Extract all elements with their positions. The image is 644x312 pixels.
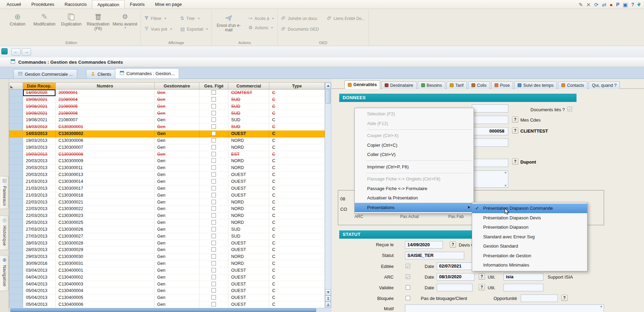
ribbon-button-trier[interactable]: ⇅Trier xyxy=(179,14,210,23)
motif-field[interactable] xyxy=(405,304,604,312)
row-selector[interactable] xyxy=(9,267,23,274)
screen-icon[interactable]: ▣ xyxy=(623,2,628,7)
motif-scroll-chevrons-icon[interactable] xyxy=(599,305,603,312)
fige-checkbox[interactable] xyxy=(211,213,216,218)
donnees-field[interactable] xyxy=(472,104,508,113)
scroll-page-down-button[interactable] xyxy=(325,295,331,302)
devis-help-button[interactable]: ? xyxy=(450,241,456,248)
table-row[interactable]: 14/09/202020090001GenCOMTESTC xyxy=(9,90,325,96)
arc-util-help-button[interactable]: ? xyxy=(479,273,485,280)
submenu-item-informations-minimales[interactable]: Informations Minimales xyxy=(472,260,587,270)
menu-item-mise-en-page[interactable]: Mise en page xyxy=(150,0,187,9)
panel-tab-tarif[interactable]: Tarif xyxy=(446,81,467,89)
ribbon-button-joindre-un-docu[interactable]: Joindre un docu xyxy=(280,14,320,23)
ribbon-button-acces-a[interactable]: ↪Accès à xyxy=(247,16,275,21)
back-button[interactable]: ← xyxy=(11,48,21,56)
fige-checkbox[interactable] xyxy=(211,193,216,197)
client-help-button[interactable]: ? xyxy=(512,127,518,134)
column-header-ges-fige[interactable]: Ges. Figé xyxy=(199,83,228,90)
row-selector[interactable] xyxy=(9,247,23,253)
titlebar-dropdown-icon[interactable] xyxy=(637,4,641,6)
submenu-item-standard-avec-erreur-svg[interactable]: Standard avec Erreur Svg xyxy=(472,232,587,242)
table-row[interactable]: 20/03/2013C130300013GenOUESTC xyxy=(9,171,325,178)
recue-le-field[interactable]: 14/09/2020 xyxy=(405,241,443,249)
fige-checkbox[interactable] xyxy=(211,117,216,122)
documents-lies-checkbox[interactable] xyxy=(568,107,572,111)
table-row[interactable]: 30/09/2016C130300031GenNORDC xyxy=(9,260,325,267)
table-row[interactable]: 27/03/2013C130300027GenSUDC xyxy=(9,233,325,240)
fige-checkbox[interactable] xyxy=(211,302,216,306)
table-row[interactable]: 19/03/2013C130300007GenNORDC xyxy=(9,144,325,151)
fige-checkbox[interactable] xyxy=(211,104,216,108)
row-selector[interactable] xyxy=(9,110,23,117)
fige-checkbox[interactable] xyxy=(211,172,216,177)
validee-checkbox[interactable] xyxy=(406,285,410,290)
context-menu-item-presentations[interactable]: Présentations xyxy=(355,203,474,212)
context-menu-item-actualiser-la-presentation[interactable]: Actualiser la Présentation xyxy=(355,193,474,203)
submenu-item-presentation-diapason-devis[interactable]: Présentation Diapason Devis xyxy=(472,213,587,223)
ribbon-button-duplication[interactable]: Duplication xyxy=(58,10,85,39)
table-row[interactable]: 22/03/2013C130300023GenNORDC xyxy=(9,212,325,219)
table-row[interactable]: 27/03/2013C130300026GenSUDC xyxy=(9,226,325,233)
ribbon-button-filtrer[interactable]: Filtrer xyxy=(143,14,174,23)
fige-checkbox[interactable] xyxy=(211,111,216,115)
stylus-icon[interactable]: ✎ xyxy=(579,2,583,7)
rail-tab-historique[interactable]: Historique xyxy=(0,216,9,250)
fige-checkbox[interactable] xyxy=(211,186,216,190)
row-selector[interactable] xyxy=(9,260,23,267)
row-selector[interactable] xyxy=(9,281,23,288)
submenu-item-presentation-de-gestion[interactable]: Présentation de Gestion xyxy=(472,251,587,261)
table-row[interactable]: 05/04/2013C130400004GenOUESTC xyxy=(9,288,325,294)
column-header-commercial[interactable]: Commercial xyxy=(228,83,269,90)
row-selector[interactable] xyxy=(9,117,23,124)
menu-item-favoris[interactable]: Favoris xyxy=(125,0,150,9)
table-row[interactable]: 04/04/2013C130400002GenOUESTC xyxy=(9,274,325,281)
arc-date-field[interactable]: 08/10/2020 xyxy=(437,273,475,281)
panel-tab-suivi-des-temps[interactable]: Suivi des temps xyxy=(514,81,557,89)
fige-checkbox[interactable] xyxy=(211,234,216,238)
fige-checkbox[interactable] xyxy=(211,138,216,143)
column-header-type[interactable]: Type xyxy=(269,83,325,90)
mes-cdes-help-button[interactable]: ? xyxy=(512,116,518,123)
menu-item-procedures[interactable]: Procédures xyxy=(26,0,59,9)
fige-checkbox[interactable] xyxy=(211,268,216,272)
table-vertical-scrollbar[interactable] xyxy=(325,82,331,308)
table-row[interactable]: 20/03/2013C130300011GenNORDC xyxy=(9,165,325,171)
table-row[interactable]: 25/03/2013C130300025GenNORDC xyxy=(9,219,325,226)
row-selector[interactable] xyxy=(9,131,23,137)
rail-tab-navigation[interactable]: Navigation xyxy=(0,255,9,291)
table-row[interactable]: 05/04/2013C130400006GenOUESTC xyxy=(9,301,325,308)
panel-tab-colis[interactable]: Colis xyxy=(468,81,490,89)
row-selector[interactable] xyxy=(9,233,23,240)
row-selector[interactable] xyxy=(9,185,23,192)
ribbon-button-envoi-d-un-e-mail[interactable]: Envoi d'un e-mail xyxy=(214,12,243,32)
validee-util-field[interactable] xyxy=(503,284,543,291)
row-selector[interactable] xyxy=(9,158,23,165)
pdf-icon[interactable]: P xyxy=(616,2,619,7)
table-row[interactable]: 03/04/2013C130400001GenOUESTC xyxy=(9,267,325,274)
panel-tab-generalites[interactable]: Généralités xyxy=(344,80,380,89)
fige-checkbox[interactable] xyxy=(211,124,216,129)
menu-item-raccourcis[interactable]: Raccourcis xyxy=(59,0,92,9)
fige-checkbox[interactable] xyxy=(211,158,216,163)
refresh-icon[interactable]: ⟳ xyxy=(594,2,599,7)
bloquee-checkbox[interactable] xyxy=(406,296,410,300)
scroll-down-button[interactable] xyxy=(325,289,331,295)
context-menu-item-copier-ctrl-c[interactable]: Copier (Ctrl+C) xyxy=(355,141,474,150)
description-box[interactable] xyxy=(472,170,508,188)
table-row[interactable]: 04/04/2013C130400003GenOUESTC xyxy=(9,281,325,288)
statut-field[interactable]: SAISIE_TER xyxy=(405,252,464,259)
forward-button[interactable]: → xyxy=(22,48,31,56)
donnees-field[interactable] xyxy=(472,138,508,147)
table-horizontal-scrollbar[interactable] xyxy=(9,308,325,312)
row-selector[interactable] xyxy=(9,144,23,151)
arc-util-field[interactable]: isia xyxy=(503,273,543,281)
submenu-item-presentation-diapason-commande[interactable]: ✓Présentation Diapason Commande xyxy=(472,204,587,213)
panel-tab-besoins[interactable]: Besoins xyxy=(418,81,445,89)
editee-checkbox[interactable] xyxy=(406,264,410,268)
fige-checkbox[interactable] xyxy=(211,275,216,279)
context-menu-item-imprimer-ctrl-p-f6[interactable]: Imprimer (Ctrl+P, F6) xyxy=(355,162,474,172)
ribbon-button-modification[interactable]: ✎Modification xyxy=(31,10,58,39)
scroll-thumb[interactable] xyxy=(325,89,331,104)
fige-checkbox[interactable] xyxy=(211,179,216,184)
